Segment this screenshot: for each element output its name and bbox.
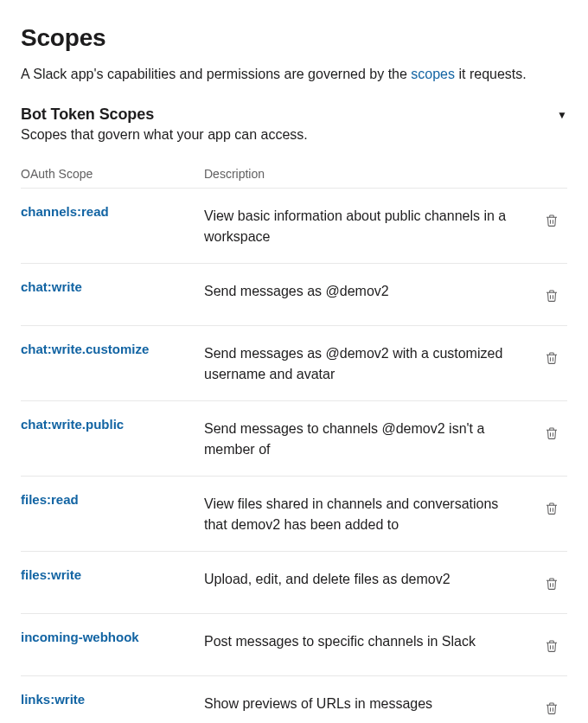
- table-row: chat:write.public Send messages to chann…: [21, 401, 567, 477]
- column-header-scope: OAuth Scope: [21, 167, 204, 181]
- table-row: files:write Upload, edit, and delete fil…: [21, 552, 567, 614]
- section-title: Bot Token Scopes: [21, 106, 154, 124]
- intro-text-prefix: A Slack app's capabilities and permissio…: [21, 67, 411, 81]
- table-row: channels:read View basic information abo…: [21, 189, 567, 264]
- table-row: incoming-webhook Post messages to specif…: [21, 614, 567, 676]
- trash-icon: [544, 638, 559, 654]
- scope-link[interactable]: files:read: [21, 492, 79, 507]
- page-title: Scopes: [21, 24, 567, 52]
- delete-scope-button[interactable]: [540, 497, 563, 520]
- delete-scope-button[interactable]: [540, 209, 563, 232]
- scope-description: Send messages as @demov2 with a customiz…: [204, 342, 536, 385]
- delete-scope-button[interactable]: [540, 422, 563, 445]
- table-row: files:read View files shared in channels…: [21, 477, 567, 552]
- scope-link[interactable]: files:write: [21, 567, 81, 582]
- delete-scope-button[interactable]: [540, 573, 563, 595]
- scopes-link[interactable]: scopes: [411, 67, 455, 81]
- trash-icon: [544, 350, 559, 366]
- delete-scope-button[interactable]: [540, 697, 563, 720]
- column-header-description: Description: [204, 167, 567, 181]
- scope-link[interactable]: links:write: [21, 692, 85, 707]
- table-row: chat:write Send messages as @demov2: [21, 264, 567, 326]
- scope-description: View files shared in channels and conver…: [204, 492, 536, 535]
- section-header[interactable]: Bot Token Scopes ▼: [21, 106, 567, 124]
- delete-scope-button[interactable]: [540, 635, 563, 657]
- section-subtitle: Scopes that govern what your app can acc…: [21, 127, 567, 143]
- scope-link[interactable]: chat:write.public: [21, 417, 124, 432]
- trash-icon: [544, 425, 559, 441]
- trash-icon: [544, 213, 559, 228]
- scope-link[interactable]: incoming-webhook: [21, 630, 139, 644]
- table-row: chat:write.customize Send messages as @d…: [21, 326, 567, 401]
- caret-down-icon[interactable]: ▼: [557, 109, 567, 121]
- scope-link[interactable]: chat:write.customize: [21, 342, 149, 356]
- table-header-row: OAuth Scope Description: [21, 167, 567, 189]
- trash-icon: [544, 701, 559, 716]
- scope-description: View basic information about public chan…: [204, 204, 536, 247]
- trash-icon: [544, 576, 559, 592]
- scope-description: Send messages as @demov2: [204, 279, 536, 302]
- scope-description: Post messages to specific channels in Sl…: [204, 630, 536, 652]
- trash-icon: [544, 288, 559, 304]
- scope-description: Show previews of URLs in messages: [204, 692, 536, 714]
- scope-link[interactable]: chat:write: [21, 279, 82, 294]
- table-row: links:write Show previews of URLs in mes…: [21, 676, 567, 723]
- scope-description: Send messages to channels @demov2 isn't …: [204, 417, 536, 460]
- scopes-table-body: channels:read View basic information abo…: [21, 189, 567, 723]
- scope-link[interactable]: channels:read: [21, 204, 109, 219]
- delete-scope-button[interactable]: [540, 347, 563, 369]
- delete-scope-button[interactable]: [540, 285, 563, 307]
- intro-text-suffix: it requests.: [455, 67, 527, 81]
- scope-description: Upload, edit, and delete files as demov2: [204, 567, 536, 590]
- page-intro: A Slack app's capabilities and permissio…: [21, 64, 567, 85]
- trash-icon: [544, 501, 559, 516]
